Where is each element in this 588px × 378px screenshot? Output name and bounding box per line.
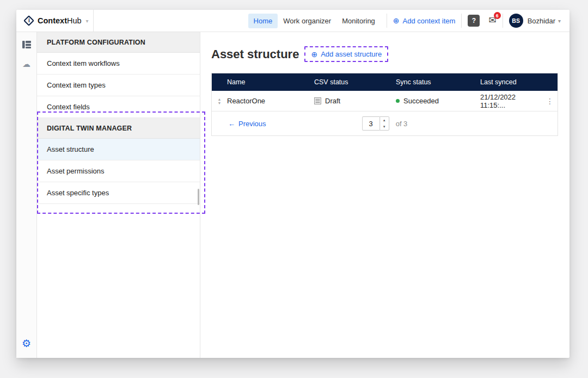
sidebar-item-asset-structure[interactable]: Asset structure — [37, 139, 200, 160]
annotation-dashed-box-add-asset: ⊕ Add asset structure — [304, 46, 388, 62]
plus-circle-icon: ⊕ — [311, 51, 317, 58]
previous-label: Previous — [238, 120, 266, 128]
sidebar-item-context-fields[interactable]: Context fields — [37, 96, 200, 118]
column-header-sync-status: Sync status — [396, 78, 480, 86]
app-window: i ContextHub ▾ Home Work organizer Monit… — [16, 10, 569, 358]
dashboard-icon — [22, 41, 31, 48]
help-icon: ? — [472, 17, 476, 24]
divider — [461, 14, 462, 28]
arrow-left-icon: ← — [228, 120, 235, 128]
sidebar-item-context-item-workflows[interactable]: Context item workflows — [37, 53, 200, 75]
top-bar: i ContextHub ▾ Home Work organizer Monit… — [16, 10, 569, 32]
brand-name-light: Hub — [67, 16, 82, 25]
previous-page-link[interactable]: ← Previous — [228, 120, 266, 128]
kebab-icon: ⋮ — [546, 97, 554, 106]
cloud-sync-button[interactable]: ☁ — [20, 57, 34, 71]
page-total-label: of 3 — [396, 120, 408, 128]
divider — [503, 14, 503, 28]
sidebar-item-context-item-types[interactable]: Context item types — [37, 75, 200, 96]
sort-up-icon: ▲ — [218, 97, 222, 101]
app-body: ☁ ⚙ PLATFORM CONFIGURATION Context item … — [16, 32, 569, 358]
asset-structure-table: Name CSV status Sync status Last synced … — [211, 73, 558, 136]
cell-csv-status: Draft — [314, 97, 396, 105]
notification-badge: 6 — [494, 12, 501, 19]
table-header-row: Name CSV status Sync status Last synced — [212, 73, 558, 91]
table-row: ▲ ▼ ReactorOne Draft — [212, 91, 558, 111]
top-nav: Home Work organizer Monitoring ⊕ Add con… — [248, 14, 569, 28]
table-footer: ← Previous ▲ ▼ of 3 — [212, 111, 558, 135]
title-row: Asset structure ⊕ Add asset structure — [211, 46, 569, 62]
nav-monitoring[interactable]: Monitoring — [336, 14, 381, 28]
avatar[interactable]: BS — [509, 14, 523, 28]
nav-home[interactable]: Home — [248, 14, 278, 28]
row-actions-menu-button[interactable]: ⋮ — [542, 97, 558, 106]
add-context-item-label: Add context item — [403, 17, 456, 25]
cloud-icon: ☁ — [22, 60, 30, 68]
sidebar-item-asset-permissions[interactable]: Asset permissions — [37, 160, 200, 182]
settings-button[interactable]: ⚙ — [20, 336, 34, 350]
sidebar-section-platform-configuration: PLATFORM CONFIGURATION — [37, 32, 200, 53]
page-number-input[interactable] — [362, 116, 379, 131]
pagination-control: ▲ ▼ of 3 — [362, 116, 408, 131]
plus-circle-icon: ⊕ — [393, 17, 400, 24]
column-header-csv-status: CSV status — [314, 78, 396, 86]
sync-status-value: Succeeded — [403, 97, 439, 105]
dashboard-button[interactable] — [20, 38, 34, 52]
add-context-item-button[interactable]: ⊕ Add context item — [393, 17, 456, 25]
add-asset-structure-button[interactable]: ⊕ Add asset structure — [311, 50, 382, 58]
document-icon — [314, 97, 321, 104]
sort-down-icon: ▼ — [218, 101, 222, 105]
sidebar-scrollbar[interactable] — [198, 189, 199, 205]
cell-last-synced: 21/12/2022 11:15:... — [480, 93, 542, 109]
column-header-name: Name — [227, 78, 314, 86]
cell-sync-status: Succeeded — [396, 97, 480, 105]
main-content: Asset structure ⊕ Add asset structure Na… — [200, 32, 569, 358]
gear-icon: ⚙ — [22, 338, 31, 349]
sidebar: PLATFORM CONFIGURATION Context item work… — [37, 32, 200, 358]
sidebar-item-asset-specific-types[interactable]: Asset specific types — [37, 182, 200, 204]
help-button[interactable]: ? — [468, 15, 480, 27]
csv-status-value: Draft — [325, 97, 340, 105]
brand-name: ContextHub — [38, 16, 82, 25]
sidebar-section-digital-twin-manager: DIGITAL TWIN MANAGER — [37, 118, 200, 139]
cell-name[interactable]: ReactorOne — [227, 97, 314, 105]
stepper-down-icon[interactable]: ▼ — [380, 123, 389, 130]
icon-rail: ☁ ⚙ — [16, 32, 37, 358]
chevron-down-icon[interactable]: ▾ — [558, 18, 561, 24]
page-stepper: ▲ ▼ — [379, 116, 389, 131]
logo-letter: i — [28, 18, 30, 23]
stepper-up-icon[interactable]: ▲ — [380, 117, 389, 123]
chevron-down-icon[interactable]: ▾ — [86, 18, 89, 24]
add-asset-structure-label: Add asset structure — [321, 50, 382, 58]
row-reorder-handle[interactable]: ▲ ▼ — [212, 97, 227, 105]
brand-area[interactable]: i ContextHub ▾ — [16, 10, 94, 32]
divider — [387, 14, 387, 28]
column-header-last-synced: Last synced — [480, 78, 542, 86]
brand-name-bold: Context — [38, 16, 67, 25]
success-dot-icon — [396, 99, 400, 103]
page-title: Asset structure — [211, 47, 299, 61]
notifications-button[interactable]: ✉ 6 — [488, 16, 496, 26]
user-name[interactable]: Bozhidar — [528, 17, 555, 25]
nav-work-organizer[interactable]: Work organizer — [278, 14, 336, 28]
contexthub-logo-icon: i — [23, 15, 34, 26]
